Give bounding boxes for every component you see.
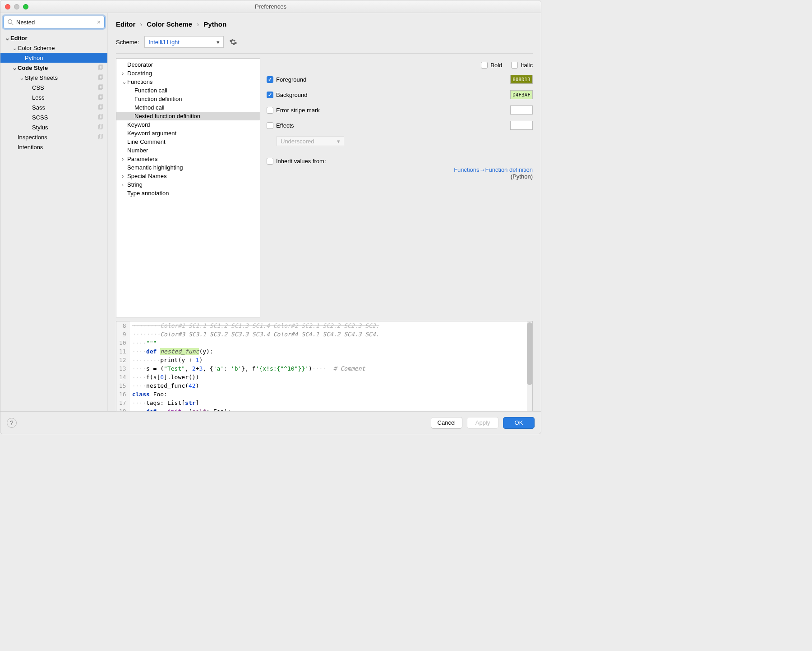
attr-line-comment[interactable]: Line Comment	[116, 138, 260, 146]
effects-type-combo[interactable]: Underscored ▾	[277, 136, 344, 146]
svg-line-1	[12, 23, 14, 25]
sidebar-item-intentions[interactable]: Intentions	[0, 142, 107, 152]
help-button[interactable]: ?	[7, 418, 17, 428]
per-project-icon	[97, 134, 104, 140]
sidebar: × ⌄Editor⌄Color SchemePython⌄Code Style⌄…	[0, 13, 108, 411]
apply-button: Apply	[467, 417, 498, 429]
effects-swatch[interactable]	[510, 121, 533, 130]
attr-keyword[interactable]: Keyword	[116, 120, 260, 129]
sidebar-item-inspections[interactable]: Inspections	[0, 132, 107, 142]
per-project-icon	[97, 64, 104, 71]
chevron-down-icon: ▾	[337, 138, 340, 145]
svg-point-0	[8, 20, 12, 24]
attr-number[interactable]: Number	[116, 146, 260, 155]
settings-search[interactable]: ×	[3, 16, 105, 28]
background-swatch[interactable]: D4F3AF	[510, 90, 533, 99]
chevron-down-icon: ▾	[217, 39, 220, 46]
attr-functions[interactable]: ⌄Functions	[116, 78, 260, 86]
per-project-icon	[97, 84, 104, 91]
inherit-source: (Python)	[267, 173, 533, 180]
foreground-swatch[interactable]: 808D13	[510, 75, 533, 84]
attr-decorator[interactable]: Decorator	[116, 60, 260, 69]
ok-button[interactable]: OK	[503, 417, 535, 429]
breadcrumb: Editor › Color Scheme › Python	[116, 20, 533, 28]
error-stripe-swatch[interactable]	[510, 105, 533, 115]
attributes-tree[interactable]: Decorator›Docstring⌄FunctionsFunction ca…	[116, 58, 260, 317]
error-stripe-checkbox[interactable]	[267, 107, 273, 114]
per-project-icon	[97, 114, 104, 120]
inherit-link[interactable]: Functions→Function definition	[267, 166, 533, 173]
sidebar-item-less[interactable]: Less	[0, 92, 107, 102]
code-preview: 89101112131415161718 ········Color#1 SC1…	[116, 321, 533, 411]
attr-special-names[interactable]: ›Special Names	[116, 172, 260, 180]
sidebar-item-stylus[interactable]: Stylus	[0, 122, 107, 132]
sidebar-item-editor[interactable]: ⌄Editor	[0, 33, 107, 43]
window-title: Preferences	[0, 3, 541, 10]
per-project-icon	[97, 94, 104, 101]
breadcrumb-python: Python	[203, 20, 226, 28]
foreground-checkbox[interactable]	[267, 76, 273, 83]
italic-checkbox[interactable]	[511, 62, 518, 69]
attr-keyword-argument[interactable]: Keyword argument	[116, 129, 260, 138]
attr-nested-function-definition[interactable]: Nested function definition	[116, 112, 260, 120]
scheme-combo[interactable]: IntelliJ Light ▾	[144, 36, 224, 48]
sidebar-item-code-style[interactable]: ⌄Code Style	[0, 63, 107, 73]
attr-semantic-highlighting[interactable]: Semantic highlighting	[116, 163, 260, 172]
attr-string[interactable]: ›String	[116, 180, 260, 189]
search-icon	[7, 19, 14, 25]
per-project-icon	[97, 74, 104, 81]
gear-icon[interactable]	[229, 38, 237, 46]
attr-parameters[interactable]: ›Parameters	[116, 155, 260, 163]
per-project-icon	[97, 104, 104, 110]
effects-checkbox[interactable]	[267, 122, 273, 129]
per-project-icon	[97, 124, 104, 130]
attr-type-annotation[interactable]: Type annotation	[116, 189, 260, 197]
bold-checkbox[interactable]	[481, 62, 488, 69]
sidebar-item-python[interactable]: Python	[0, 53, 107, 63]
background-checkbox[interactable]	[267, 92, 273, 98]
sidebar-item-color-scheme[interactable]: ⌄Color Scheme	[0, 43, 107, 53]
breadcrumb-color-scheme[interactable]: Color Scheme	[147, 20, 192, 28]
attr-method-call[interactable]: Method call	[116, 103, 260, 112]
sidebar-item-css[interactable]: CSS	[0, 83, 107, 92]
scheme-label: Scheme:	[116, 39, 139, 46]
sidebar-item-style-sheets[interactable]: ⌄Style Sheets	[0, 73, 107, 83]
titlebar: Preferences	[0, 0, 541, 13]
preview-scrollbar[interactable]	[527, 321, 532, 411]
breadcrumb-editor[interactable]: Editor	[116, 20, 135, 28]
inherit-checkbox[interactable]	[267, 158, 273, 165]
sidebar-item-scss[interactable]: SCSS	[0, 112, 107, 122]
attr-function-definition[interactable]: Function definition	[116, 95, 260, 103]
attr-docstring[interactable]: ›Docstring	[116, 69, 260, 78]
sidebar-item-sass[interactable]: Sass	[0, 102, 107, 112]
clear-search[interactable]: ×	[97, 18, 101, 26]
search-input[interactable]	[16, 19, 97, 26]
attr-function-call[interactable]: Function call	[116, 86, 260, 95]
cancel-button[interactable]: Cancel	[431, 417, 462, 429]
